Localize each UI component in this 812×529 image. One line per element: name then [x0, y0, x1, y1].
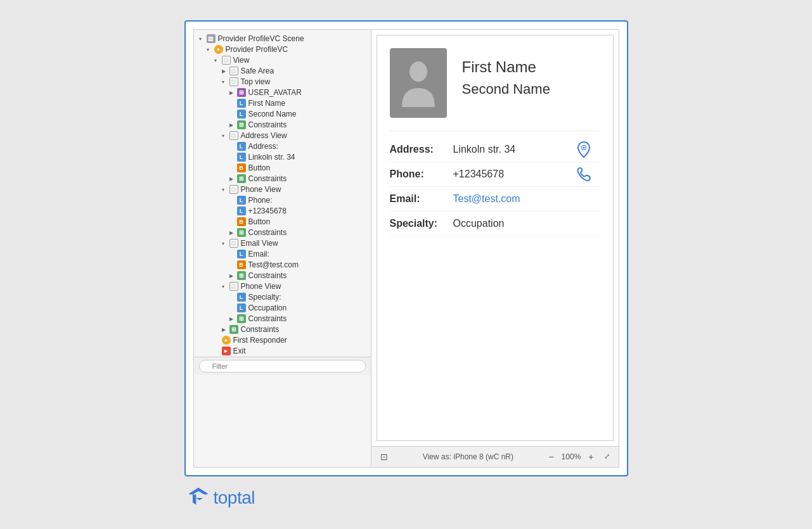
phone-svg-icon	[575, 165, 593, 183]
zoom-out-button[interactable]: −	[546, 450, 556, 463]
tree-item-occupation-value[interactable]: LOccupation	[194, 303, 371, 314]
tree-item-first-name[interactable]: LFirst Name	[194, 98, 371, 109]
tree-item-second-name[interactable]: LSecond Name	[194, 109, 371, 120]
tree-label-constraints6: Constraints	[241, 325, 280, 334]
tree-label-address-value: Linkoln str. 34	[248, 153, 295, 162]
profile-header: First Name Second Name	[390, 48, 600, 118]
location-icon	[575, 141, 593, 158]
tree-item-address-button[interactable]: BButton	[194, 163, 371, 174]
tree-item-email-value[interactable]: BTest@test.com	[194, 260, 371, 271]
tree-label-constraints3: Constraints	[248, 228, 287, 237]
tree-icon-phone-label: L	[237, 196, 246, 205]
specialty-row: Specialty: Occupation	[390, 212, 600, 236]
tree-arrow-email-view: ▾	[222, 241, 228, 246]
tree-label-email-view: Email View	[241, 239, 278, 248]
tree-arrow-vc: ▾	[207, 47, 213, 53]
tree-arrow-safe-area: ▶	[222, 68, 228, 74]
svg-marker-4	[189, 487, 207, 494]
tree-item-scene[interactable]: ▾▤Provider ProfileVC Scene	[194, 34, 371, 44]
tree-icon-address-value: L	[237, 153, 246, 162]
phone-row: Phone: +12345678	[390, 162, 600, 187]
tree-label-address-button: Button	[248, 163, 271, 172]
tree-icon-phone-view2: □	[229, 282, 238, 291]
tree-container: ▾▤Provider ProfileVC Scene▾●Provider Pro…	[194, 34, 371, 357]
tree-icon-constraints5: ⊞	[237, 314, 246, 323]
tree-icon-second-name: L	[237, 110, 246, 118]
tree-item-specialty-label[interactable]: LSpecialty:	[194, 292, 371, 303]
tree-icon-constraints2: ⊞	[237, 174, 246, 183]
tree-item-address-label[interactable]: LAddress:	[194, 141, 371, 152]
tree-icon-user-avatar: ⊞	[237, 88, 246, 97]
tree-icon-first-name: L	[237, 99, 246, 108]
address-icon[interactable]	[574, 139, 594, 160]
tree-icon-constraints6: ⊞	[229, 325, 238, 334]
info-rows: Address: Linkoln str. 34	[390, 131, 600, 236]
tree-item-top-view[interactable]: ▾□Top view	[194, 77, 371, 87]
tree-item-constraints2[interactable]: ▶⊞Constraints	[194, 174, 371, 184]
tree-icon-occupation-value: L	[237, 303, 246, 312]
svg-point-3	[583, 146, 584, 148]
tree-label-constraints2: Constraints	[248, 174, 287, 183]
tree-label-first-responder: First Responder	[233, 336, 287, 345]
tree-label-scene: Provider ProfileVC Scene	[218, 34, 304, 43]
tree-label-address-label: Address:	[248, 142, 278, 151]
tree-item-phone-label[interactable]: LPhone:	[194, 195, 371, 206]
tree-icon-top-view: □	[229, 77, 238, 86]
tree-item-constraints1[interactable]: ▶⊞Constraints	[194, 120, 371, 131]
tree-item-constraints4[interactable]: ▶⊞Constraints	[194, 271, 371, 281]
tree-item-email-view[interactable]: ▾□Email View	[194, 238, 371, 249]
tree-label-constraints4: Constraints	[248, 271, 287, 280]
tree-arrow-scene: ▾	[199, 36, 205, 42]
toptal-logo: toptal	[187, 487, 255, 509]
phone-icon[interactable]	[574, 164, 594, 184]
tree-label-phone-view2: Phone View	[241, 282, 281, 291]
tree-item-address-view[interactable]: ▾□Address View	[194, 131, 371, 141]
tree-label-phone-button: Button	[248, 217, 271, 226]
tree-item-phone-view2[interactable]: ▾□Phone View	[194, 281, 371, 292]
tree-label-top-view: Top view	[241, 77, 271, 86]
zoom-fit-button[interactable]: ⤢	[602, 451, 612, 462]
main-area: ▾▤Provider ProfileVC Scene▾●Provider Pro…	[193, 29, 619, 468]
avatar-silhouette	[399, 58, 437, 108]
tree-icon-phone-button: B	[237, 217, 246, 226]
tree-label-safe-area: Safe Area	[241, 67, 274, 75]
tree-label-phone-view1: Phone View	[241, 185, 281, 194]
tree-item-first-responder[interactable]: ●First Responder	[194, 335, 371, 346]
bottom-toolbar: ⊡ View as: iPhone 8 (wC nR) − 100% + ⤢	[371, 446, 619, 467]
tree-icon-specialty-label: L	[237, 293, 246, 302]
second-name-display: Second Name	[462, 81, 550, 98]
tree-icon-address-label: L	[237, 142, 246, 151]
tree-label-view: View	[233, 56, 250, 65]
tree-item-exit[interactable]: ►Exit	[194, 346, 371, 357]
tree-arrow-user-avatar: ▶	[229, 90, 236, 96]
zoom-in-button[interactable]: +	[586, 450, 596, 463]
tree-icon-constraints4: ⊞	[237, 271, 246, 280]
tree-icon-first-responder: ●	[222, 336, 231, 345]
occupation-value: Occupation	[453, 218, 600, 229]
tree-item-vc[interactable]: ▾●Provider ProfileVC	[194, 44, 371, 55]
layout-toggle-button[interactable]: ⊡	[378, 450, 390, 463]
scene-panel: ▾▤Provider ProfileVC Scene▾●Provider Pro…	[194, 30, 371, 467]
tree-item-email-label[interactable]: LEmail:	[194, 249, 371, 260]
tree-icon-phone-view1: □	[229, 185, 238, 194]
tree-item-address-value[interactable]: LLinkoln str. 34	[194, 152, 371, 163]
tree-arrow-constraints4: ▶	[229, 273, 236, 279]
tree-item-phone-button[interactable]: BButton	[194, 217, 371, 227]
email-value[interactable]: Test@test.com	[453, 193, 600, 205]
avatar-placeholder	[390, 48, 447, 118]
tree-arrow-constraints5: ▶	[229, 316, 236, 322]
tree-label-constraints1: Constraints	[248, 120, 287, 129]
tree-item-constraints3[interactable]: ▶⊞Constraints	[194, 227, 371, 238]
tree-item-safe-area[interactable]: ▶□Safe Area	[194, 66, 371, 77]
tree-item-user-avatar[interactable]: ▶⊞USER_AVATAR	[194, 87, 371, 98]
tree-item-constraints5[interactable]: ▶⊞Constraints	[194, 314, 371, 324]
filter-input[interactable]	[199, 360, 366, 373]
tree-item-constraints6[interactable]: ▶⊞Constraints	[194, 324, 371, 335]
phone-label: Phone:	[390, 169, 453, 180]
tree-icon-address-view: □	[229, 131, 238, 140]
outer-wrapper: ▾▤Provider ProfileVC Scene▾●Provider Pro…	[184, 20, 628, 476]
preview-panel: First Name Second Name Address: Linkoln …	[371, 30, 619, 467]
tree-item-view[interactable]: ▾□View	[194, 55, 371, 66]
tree-item-phone-view1[interactable]: ▾□Phone View	[194, 184, 371, 195]
tree-item-phone-value[interactable]: L+12345678	[194, 206, 371, 217]
